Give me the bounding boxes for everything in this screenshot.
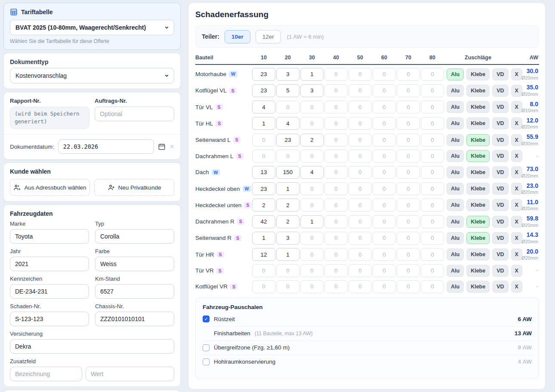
zuschlag-klebe-button[interactable]: Klebe — [466, 265, 490, 277]
count-input-50mm[interactable] — [348, 248, 372, 261]
count-input-50mm[interactable] — [348, 150, 372, 162]
tariff-select[interactable]: BVAT 2025 (10-80mm, Waagerecht/Senkrecht… — [10, 20, 174, 35]
count-input-40mm[interactable] — [324, 150, 348, 162]
clear-date-icon[interactable]: × — [170, 143, 174, 150]
zusatz-value-input[interactable] — [86, 367, 174, 381]
count-input-70mm[interactable] — [397, 248, 420, 261]
zuschlag-alu-button[interactable]: Alu — [447, 199, 464, 211]
zuschlag-alu-button[interactable]: Alu — [447, 248, 464, 260]
zuschlag-klebe-button[interactable]: Klebe — [466, 134, 490, 146]
count-input-10mm[interactable] — [252, 117, 275, 130]
count-input-50mm[interactable] — [348, 117, 372, 130]
count-input-40mm[interactable] — [324, 166, 348, 179]
count-input-40mm[interactable] — [324, 101, 348, 113]
zuschlag-vd-button[interactable]: VD — [492, 281, 508, 293]
zuschlag-alu-button[interactable]: Alu — [447, 281, 464, 293]
zuschlag-alu-button[interactable]: Alu — [447, 166, 464, 178]
zuschlag-vd-button[interactable]: VD — [492, 232, 508, 244]
count-input-20mm[interactable] — [276, 182, 299, 195]
count-input-20mm[interactable] — [276, 248, 299, 261]
count-input-20mm[interactable] — [276, 134, 299, 147]
zuschlag-alu-button[interactable]: Alu — [447, 216, 464, 228]
count-input-10mm[interactable] — [252, 199, 275, 211]
zuschlag-vd-button[interactable]: VD — [492, 150, 508, 162]
count-input-80mm[interactable] — [421, 166, 444, 179]
count-input-20mm[interactable] — [276, 215, 299, 228]
zuschlag-alu-button[interactable]: Alu — [447, 183, 464, 195]
zuschlag-alu-button[interactable]: Alu — [447, 150, 464, 162]
count-input-80mm[interactable] — [421, 68, 444, 81]
count-input-30mm[interactable] — [300, 117, 324, 130]
vehicle-field-input[interactable] — [10, 229, 89, 244]
zuschlag-vd-button[interactable]: VD — [492, 117, 508, 129]
count-input-30mm[interactable] — [300, 199, 324, 211]
auftrag-input[interactable] — [95, 107, 174, 121]
zuschlag-alu-button[interactable]: Alu — [447, 85, 464, 97]
count-input-30mm[interactable] — [300, 248, 324, 261]
count-input-20mm[interactable] — [276, 199, 299, 211]
count-input-30mm[interactable] — [300, 166, 324, 179]
count-input-20mm[interactable] — [276, 166, 299, 179]
zuschlag-vd-button[interactable]: VD — [492, 265, 508, 277]
vehicle-field-input[interactable] — [95, 312, 174, 326]
count-input-30mm[interactable] — [300, 232, 324, 245]
count-input-10mm[interactable] — [252, 248, 275, 261]
pauschale-checkbox[interactable]: ✓ — [203, 315, 210, 322]
count-input-50mm[interactable] — [348, 101, 372, 113]
vehicle-field-input[interactable] — [95, 257, 174, 271]
zuschlag-vd-button[interactable]: VD — [492, 199, 508, 211]
zuschlag-klebe-button[interactable]: Klebe — [466, 101, 490, 113]
zuschlag-klebe-button[interactable]: Klebe — [466, 216, 490, 228]
count-input-40mm[interactable] — [324, 215, 348, 228]
zuschlag-klebe-button[interactable]: Klebe — [466, 232, 490, 244]
count-input-10mm[interactable] — [252, 134, 275, 147]
count-input-50mm[interactable] — [348, 134, 372, 147]
count-input-70mm[interactable] — [397, 84, 420, 97]
count-input-20mm[interactable] — [276, 84, 299, 97]
date-input[interactable] — [58, 139, 154, 154]
count-input-10mm[interactable] — [252, 182, 275, 195]
zuschlag-klebe-button[interactable]: Klebe — [466, 68, 490, 80]
count-input-60mm[interactable] — [373, 248, 396, 261]
count-input-40mm[interactable] — [324, 68, 348, 81]
count-input-60mm[interactable] — [373, 117, 396, 130]
count-input-60mm[interactable] — [373, 182, 396, 195]
zuschlag-vd-button[interactable]: VD — [492, 216, 508, 228]
zuschlag-alu-button[interactable]: Alu — [447, 117, 464, 129]
count-input-70mm[interactable] — [397, 150, 420, 162]
count-input-70mm[interactable] — [397, 264, 420, 277]
count-input-50mm[interactable] — [348, 264, 372, 277]
pauschale-checkbox[interactable] — [203, 344, 210, 351]
document-type-select[interactable]: Kostenvoranschlag — [10, 68, 174, 83]
count-input-60mm[interactable] — [373, 101, 396, 113]
zuschlag-klebe-button[interactable]: Klebe — [466, 150, 490, 162]
count-input-80mm[interactable] — [421, 199, 444, 211]
count-input-70mm[interactable] — [397, 68, 420, 81]
count-input-70mm[interactable] — [397, 215, 420, 228]
count-input-20mm[interactable] — [276, 280, 299, 293]
zuschlag-klebe-button[interactable]: Klebe — [466, 248, 490, 260]
count-input-30mm[interactable] — [300, 68, 324, 81]
zuschlag-vd-button[interactable]: VD — [492, 68, 508, 80]
count-input-80mm[interactable] — [421, 101, 444, 113]
count-input-80mm[interactable] — [421, 117, 444, 130]
count-input-10mm[interactable] — [252, 166, 275, 179]
zuschlag-klebe-button[interactable]: Klebe — [466, 117, 490, 129]
zuschlag-vd-button[interactable]: VD — [492, 183, 508, 195]
count-input-60mm[interactable] — [373, 199, 396, 211]
zuschlag-klebe-button[interactable]: Klebe — [466, 85, 490, 97]
count-input-40mm[interactable] — [324, 199, 348, 211]
count-input-50mm[interactable] — [348, 84, 372, 97]
vehicle-field-input[interactable] — [10, 312, 89, 326]
count-input-70mm[interactable] — [397, 101, 420, 113]
count-input-50mm[interactable] — [348, 68, 372, 81]
address-book-button[interactable]: Aus Adressbuch wählen — [10, 179, 90, 196]
count-input-60mm[interactable] — [373, 215, 396, 228]
zuschlag-vd-button[interactable]: VD — [492, 85, 508, 97]
count-input-60mm[interactable] — [373, 68, 396, 81]
count-input-30mm[interactable] — [300, 264, 324, 277]
count-input-50mm[interactable] — [348, 215, 372, 228]
count-input-60mm[interactable] — [373, 280, 396, 293]
count-input-40mm[interactable] — [324, 134, 348, 147]
count-input-80mm[interactable] — [421, 84, 444, 97]
